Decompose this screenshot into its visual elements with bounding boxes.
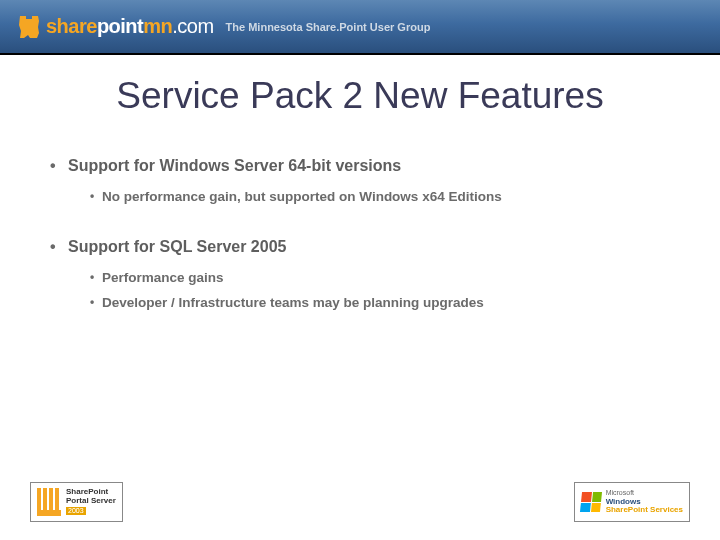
bullet-2-2: Developer / Infrastructure teams may be … [50,295,670,310]
windows-flag-icon [580,492,602,512]
badge-left-year: 2003 [66,507,86,515]
header-bar: sharepointmn.com The Minnesota Share.Poi… [0,0,720,55]
bullet-1: Support for Windows Server 64-bit versio… [50,157,670,175]
bullet-2: Support for SQL Server 2005 [50,238,670,256]
badge-right-text: Microsoft Windows SharePoint Services [606,489,683,515]
bullet-2-1: Performance gains [50,270,670,285]
badge-sharepoint-portal: SharePoint Portal Server 2003 [30,482,123,522]
footer-badges: SharePoint Portal Server 2003 Microsoft … [0,482,720,522]
header-subtitle: The Minnesota Share.Point User Group [226,21,431,33]
badge-right-windows: Windows [606,497,641,506]
portal-server-icon [37,488,61,516]
logo-text: sharepointmn.com [46,15,214,38]
bullet-group-2: Support for SQL Server 2005 Performance … [50,238,670,310]
badge-left-line2: Portal Server [66,497,116,506]
badge-right-ms: Microsoft [606,489,634,496]
logo-part-com: .com [172,15,213,37]
logo-part-mn: mn [143,15,172,37]
badge-left-text: SharePoint Portal Server 2003 [66,488,116,515]
logo-part-point: point [97,15,143,37]
bullet-1-1: No performance gain, but supported on Wi… [50,189,670,204]
mn-state-icon [18,15,40,39]
site-logo: sharepointmn.com [18,15,214,39]
badge-right-sps: SharePoint Services [606,505,683,514]
slide-content: Support for Windows Server 64-bit versio… [0,117,720,310]
slide-title: Service Pack 2 New Features [0,75,720,117]
bullet-group-1: Support for Windows Server 64-bit versio… [50,157,670,204]
logo-part-share: share [46,15,97,37]
badge-windows-sps: Microsoft Windows SharePoint Services [574,482,690,522]
